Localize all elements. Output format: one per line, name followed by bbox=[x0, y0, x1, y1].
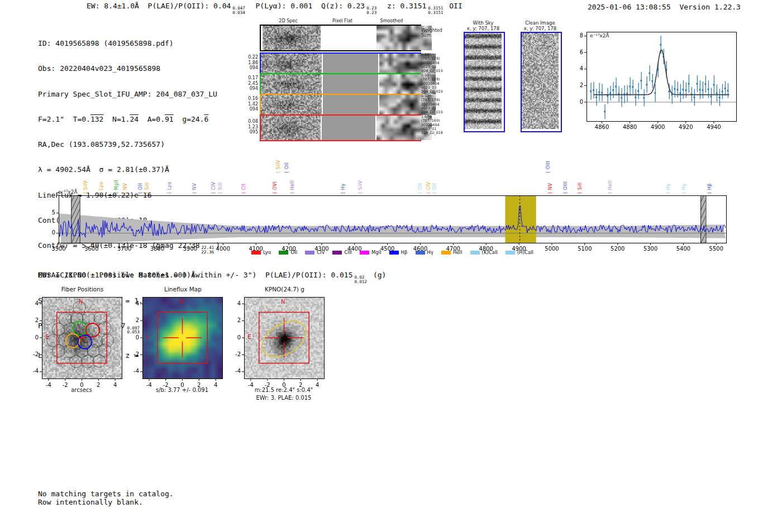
report-version: Version 1.22.3 bbox=[679, 3, 741, 11]
col-header-smoothed: Smoothed bbox=[366, 18, 417, 23]
legend-item-CIII: CIII bbox=[332, 250, 351, 255]
cutout-right-labels: 0.92" (707, 178) 20220404 v023_01 204_LU… bbox=[421, 94, 443, 114]
lineflux-heatmap bbox=[126, 295, 232, 391]
with-sky-title: With Skyx, y: 707, 178 bbox=[452, 20, 514, 31]
legend-swatch bbox=[332, 251, 342, 255]
cutout-left-labels: 0.22 1.86 094 bbox=[244, 55, 258, 71]
cutout-row-fiber-1 bbox=[260, 52, 421, 75]
legend-swatch bbox=[305, 251, 314, 255]
cutout-row-fiber-4 bbox=[260, 114, 421, 141]
kpno-map-title: KPNO(24.7) g bbox=[233, 286, 336, 293]
legend-swatch bbox=[279, 251, 288, 255]
cutout-2dspec-image bbox=[261, 26, 321, 50]
cutout-row-fiber-2 bbox=[260, 73, 421, 95]
cutout-2dspec-image bbox=[261, 95, 322, 115]
kpno-north-label: N bbox=[281, 299, 285, 305]
cutout-row-weighted-sum bbox=[260, 25, 421, 51]
cutout-pixelflat-image bbox=[323, 54, 378, 74]
inset-unit-label: e⁻¹⁷x2Å bbox=[590, 33, 609, 39]
legend-item-MgII: MgII bbox=[360, 250, 382, 255]
legend-swatch bbox=[416, 251, 425, 255]
legend-swatch bbox=[251, 251, 261, 255]
with-sky-box bbox=[464, 32, 505, 132]
line-marker-OIII: ( OIII bbox=[546, 161, 551, 173]
legend-swatch bbox=[360, 251, 369, 255]
cutout-row-fiber-3 bbox=[260, 94, 421, 116]
legend-swatch bbox=[506, 251, 515, 255]
fiber-east-label: E bbox=[45, 334, 49, 340]
cutout-pixelflat-image bbox=[323, 95, 378, 115]
info-primary-spec: Primary Spec_Slot_IFU_AMP: 204_087_037_L… bbox=[38, 90, 220, 98]
stacked-value: 0.0470.034 bbox=[232, 6, 245, 15]
kpno-image-map bbox=[227, 295, 333, 391]
legend-swatch bbox=[441, 251, 451, 255]
cutout-right-labels: 0.95" (707, 178) 20220404 v023_03 204_LU… bbox=[421, 74, 443, 94]
fiber-positions-map bbox=[25, 295, 131, 391]
cutout-pixelflat-image bbox=[322, 116, 376, 140]
cutout-right-labels: 0.58" (707, 178) 20220404 v023_02 204_LU… bbox=[421, 53, 443, 73]
legend-item-HeII: HeII bbox=[441, 250, 462, 255]
stacked-value: 0.020.012 bbox=[355, 275, 368, 284]
legend-item-(K)CaII: (K)CaII bbox=[470, 250, 498, 255]
line-marker-OII: ( OII bbox=[284, 162, 289, 173]
info-id: ID: 4019565898 (4019565898.pdf) bbox=[38, 39, 220, 47]
spectrum-legend: LyαOIICIVCIIIMgIIHβHγHeII(K)CaII(H)CaII bbox=[59, 250, 726, 255]
mosaic-match-line: MOSAIC/KPNO : Possible Matches = 0 (with… bbox=[38, 271, 386, 284]
line-marker-SiIV: ( SiIV bbox=[276, 160, 281, 173]
lineflux-map-title: Lineflux Map bbox=[131, 286, 235, 293]
timestamp-version: 2025-01-06 13:08:55 Version 1.22.3 bbox=[588, 3, 741, 11]
info-obs: Obs: 20220404v023_4019565898 bbox=[38, 64, 220, 73]
legend-item-Hγ: Hγ bbox=[416, 250, 433, 255]
clean-image-title: Clean Imagex, y: 707, 178 bbox=[509, 20, 571, 31]
cutout-2dspec-image bbox=[261, 116, 321, 140]
stacked-value: 0.230.23 bbox=[366, 6, 376, 15]
lineflux-east-label: E bbox=[146, 334, 149, 340]
cutout-2dspec-image bbox=[261, 74, 322, 94]
cutout-left-labels: 0.17 2.45 094 bbox=[244, 75, 258, 92]
clean-image-box bbox=[521, 32, 562, 132]
cutout-left-labels: 0.08 1.23 095 bbox=[244, 119, 258, 135]
cutout-right-labels: 1.67" (707, 169) 20220404 v023_01 204_LU… bbox=[421, 115, 443, 135]
info-seeing: F=2.1" T=0.132 N=1.24 A=0.91 g=24.6 bbox=[38, 115, 220, 123]
legend-item-OII: OII bbox=[279, 250, 297, 255]
elixer-report-page: EW: 8.4±1.0Å P(LAE)/P(OII): 0.040.0470.0… bbox=[0, 0, 782, 532]
cutout-pixelflat-image bbox=[323, 74, 378, 94]
legend-item-CIV: CIV bbox=[305, 250, 325, 255]
with-sky-image bbox=[465, 33, 502, 129]
kpno-east-label: E bbox=[247, 334, 251, 340]
summary-header: EW: 8.4±1.0Å P(LAE)/P(OII): 0.040.0470.0… bbox=[87, 2, 462, 15]
info-radec: RA,Dec (193.085739,52.735657) bbox=[38, 140, 220, 148]
report-timestamp: 2025-01-06 13:08:55 bbox=[588, 3, 671, 11]
line-fit-plot bbox=[575, 25, 748, 132]
info-lambda-sigma: λ = 4902.54Å σ = 2.81(±0.37)Å bbox=[38, 165, 220, 174]
clean-image bbox=[522, 33, 559, 129]
spectrum-unit-label: e⁻¹⁷x2Å bbox=[58, 189, 78, 195]
kpno-xlabel: m:21.5 re:2.4" s:0.4" bbox=[228, 387, 340, 393]
legend-swatch bbox=[470, 251, 480, 255]
col-header-2dspec: 2D Spec bbox=[263, 18, 313, 23]
legend-item-Hβ: Hβ bbox=[389, 250, 408, 255]
legend-item-Lyα: Lyα bbox=[251, 250, 271, 255]
fiber-xlabel: arcsecs bbox=[26, 387, 137, 393]
fiber-north-label: N bbox=[79, 299, 83, 305]
lineflux-north-label: N bbox=[179, 299, 183, 305]
lineflux-xlabel: s/b: 3.77 +/- 0.091 bbox=[126, 387, 238, 393]
legend-item-(H)CaII: (H)CaII bbox=[506, 250, 533, 255]
kpno-xlabel2: EWr: 3. PLAE: 0.015 bbox=[228, 395, 340, 401]
cutout-left-labels: 0.16 1.42 094 bbox=[244, 96, 258, 112]
footer-line-1: No matching targets in catalog. bbox=[38, 490, 174, 498]
full-spectrum-plot bbox=[47, 189, 737, 253]
cutout-pixelflat-image bbox=[322, 26, 376, 50]
legend-swatch bbox=[389, 251, 399, 255]
cutout-right-labels: Weighted Sum bbox=[421, 28, 442, 38]
cutout-2dspec-image bbox=[261, 54, 322, 74]
stacked-value: 0.31510.3151 bbox=[428, 6, 443, 15]
footer-line-2: Row intentionally blank. bbox=[38, 498, 143, 506]
col-header-pixelflat: Pixel Flat bbox=[317, 18, 368, 23]
fiber-map-title: Fiber Positions bbox=[31, 286, 134, 293]
